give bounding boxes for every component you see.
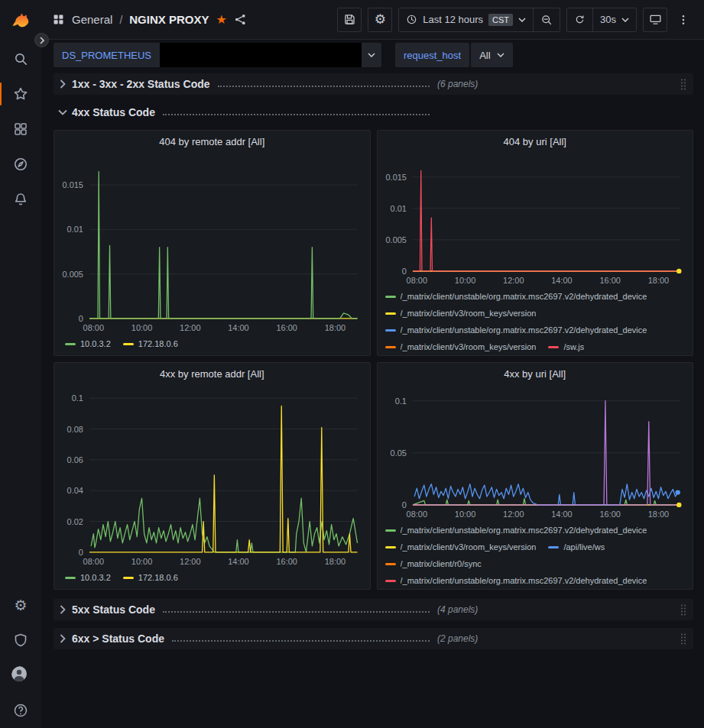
legend-label: /_matrix/client/v3/room_keys/version: [401, 342, 537, 351]
row-title-wrap: 1xx - 3xx - 2xx Status Code: [72, 78, 437, 90]
svg-text:16:00: 16:00: [599, 510, 620, 519]
panel-count: (2 panels): [437, 633, 478, 644]
svg-text:14:00: 14:00: [228, 323, 248, 332]
row-drag-handle[interactable]: [680, 78, 687, 90]
chevron-right-icon: [60, 634, 66, 643]
svg-text:0.005: 0.005: [63, 270, 83, 279]
sidebar-item-search[interactable]: [0, 41, 41, 76]
time-range-button[interactable]: Last 12 hours CST: [399, 8, 533, 31]
svg-text:0.04: 0.04: [67, 486, 83, 495]
legend-item[interactable]: /api/live/ws: [548, 540, 605, 554]
panel-legend: 10.0.3.2172.18.0.6: [54, 335, 370, 355]
svg-text:08:00: 08:00: [406, 276, 427, 285]
grafana-logo[interactable]: [9, 9, 32, 35]
legend-swatch: [385, 529, 396, 532]
sidebar-item-server-admin[interactable]: [0, 623, 41, 658]
save-icon: [343, 13, 356, 26]
svg-text:18:00: 18:00: [647, 276, 668, 285]
timeseries-chart[interactable]: 00.0050.010.01508:0010:0012:0014:0016:00…: [378, 152, 693, 288]
legend-item[interactable]: /_matrix/client/unstable/org.matrix.msc2…: [385, 523, 647, 537]
row-title-wrap: 6xx > Status Code: [72, 633, 437, 645]
variable-value-request-host[interactable]: All: [471, 43, 512, 67]
legend-label: /sw.js: [563, 342, 584, 351]
row-4xx[interactable]: 4xx Status Code: [54, 102, 693, 122]
sidebar-item-help[interactable]: [0, 693, 41, 728]
legend-swatch: [385, 329, 396, 332]
legend-item[interactable]: 172.18.0.6: [123, 571, 178, 584]
breadcrumb-separator: /: [119, 14, 122, 26]
timeseries-chart[interactable]: 00.0050.010.01508:0010:0012:0014:0016:00…: [54, 152, 370, 335]
sidebar: ⚙: [0, 0, 41, 728]
compass-icon: [13, 157, 28, 172]
legend-item[interactable]: /sw.js: [548, 340, 584, 354]
panel-4xx-by-remote-addr: 4xx by remote addr [All] 00.020.040.060.…: [54, 362, 371, 590]
row-6xx[interactable]: 6xx > Status Code (2 panels): [54, 628, 693, 649]
variable-value-ds-prometheus[interactable]: [160, 43, 381, 67]
legend-label: 10.0.3.2: [80, 339, 111, 348]
panel-title[interactable]: 404 by remote addr [All]: [54, 131, 370, 152]
svg-text:0.005: 0.005: [385, 235, 406, 244]
legend-label: /api/live/ws: [563, 542, 605, 552]
row-title-wrap: 4xx Status Code: [72, 106, 437, 118]
sidebar-item-dashboards[interactable]: [0, 112, 41, 147]
legend-item[interactable]: 10.0.3.2: [65, 571, 111, 584]
tv-mode-button[interactable]: [643, 8, 667, 32]
row-title: 5xx Status Code: [72, 603, 155, 616]
variable-label-request-host: request_host: [395, 43, 469, 67]
panel-title[interactable]: 4xx by remote addr [All]: [54, 363, 370, 384]
legend-item[interactable]: /_matrix/client/r0/sync: [385, 557, 482, 571]
dashboard-title[interactable]: NGINX PROXY: [129, 13, 209, 26]
zoom-out-button[interactable]: [533, 8, 560, 31]
time-range-label: Last 12 hours: [423, 14, 483, 25]
variables-bar: DS_PROMETHEUS request_host All: [41, 40, 704, 70]
sidebar-item-alerting[interactable]: [0, 182, 41, 217]
svg-text:18:00: 18:00: [647, 510, 668, 519]
save-dashboard-button[interactable]: [337, 8, 362, 32]
row-5xx[interactable]: 5xx Status Code (4 panels): [54, 599, 693, 620]
sidebar-item-starred[interactable]: [0, 76, 41, 112]
legend-label: /_matrix/client/r0/sync: [401, 559, 482, 568]
row-1xx-3xx-2xx[interactable]: 1xx - 3xx - 2xx Status Code (6 panels): [54, 73, 693, 95]
legend-item[interactable]: /_matrix/client/v3/room_keys/version: [385, 340, 537, 354]
legend-swatch: [385, 580, 396, 582]
panel-title[interactable]: 4xx by uri [All]: [378, 363, 693, 384]
legend-item[interactable]: /_matrix/client/v3/room_keys/version: [385, 306, 537, 320]
dashboard-settings-button[interactable]: ⚙: [368, 8, 392, 32]
dashboards-grid-icon: [13, 121, 28, 137]
panel-title[interactable]: 404 by uri [All]: [378, 131, 693, 152]
favorite-star-icon[interactable]: ★: [216, 14, 226, 26]
timeseries-chart[interactable]: 00.020.040.060.080.108:0010:0012:0014:00…: [54, 384, 370, 569]
svg-text:0.02: 0.02: [67, 517, 83, 526]
refresh-interval-dropdown[interactable]: 30s: [592, 8, 636, 31]
chevron-down-icon: [497, 53, 504, 57]
row-drag-handle[interactable]: [680, 633, 687, 645]
more-options-button[interactable]: [673, 8, 693, 32]
row-drag-handle[interactable]: [680, 603, 687, 616]
svg-text:0: 0: [79, 548, 83, 557]
legend-item[interactable]: /_matrix/client/v3/room_keys/version: [385, 540, 537, 554]
legend-item[interactable]: /_matrix/client/unstable/org.matrix.msc2…: [385, 574, 647, 587]
legend-item[interactable]: 10.0.3.2: [65, 337, 111, 351]
dotted-leader: [172, 640, 430, 642]
legend-label: /_matrix/client/unstable/org.matrix.msc2…: [401, 292, 647, 301]
svg-text:12:00: 12:00: [503, 510, 524, 519]
dotted-leader: [218, 86, 430, 87]
refresh-button[interactable]: [567, 8, 592, 31]
sidebar-item-explore[interactable]: [0, 147, 41, 182]
zoom-out-icon: [540, 14, 553, 26]
legend-item[interactable]: /_matrix/client/unstable/org.matrix.msc2…: [385, 290, 647, 303]
sidebar-item-profile[interactable]: [0, 658, 41, 693]
svg-text:16:00: 16:00: [276, 323, 297, 332]
legend-swatch: [385, 312, 396, 315]
legend-item[interactable]: 172.18.0.6: [123, 337, 178, 351]
breadcrumb-folder[interactable]: General: [72, 13, 112, 26]
panel-count: (6 panels): [437, 79, 478, 89]
sidebar-expand-button[interactable]: [34, 33, 49, 47]
apps-grid-icon: [52, 13, 65, 26]
sidebar-item-configuration[interactable]: ⚙: [0, 587, 41, 623]
share-icon[interactable]: [234, 13, 247, 26]
svg-text:0: 0: [401, 500, 406, 510]
time-picker-group: Last 12 hours CST: [398, 8, 560, 32]
legend-item[interactable]: /_matrix/client/unstable/org.matrix.msc2…: [385, 323, 647, 337]
timeseries-chart[interactable]: 00.050.108:0010:0012:0014:0016:0018:00: [378, 384, 693, 522]
